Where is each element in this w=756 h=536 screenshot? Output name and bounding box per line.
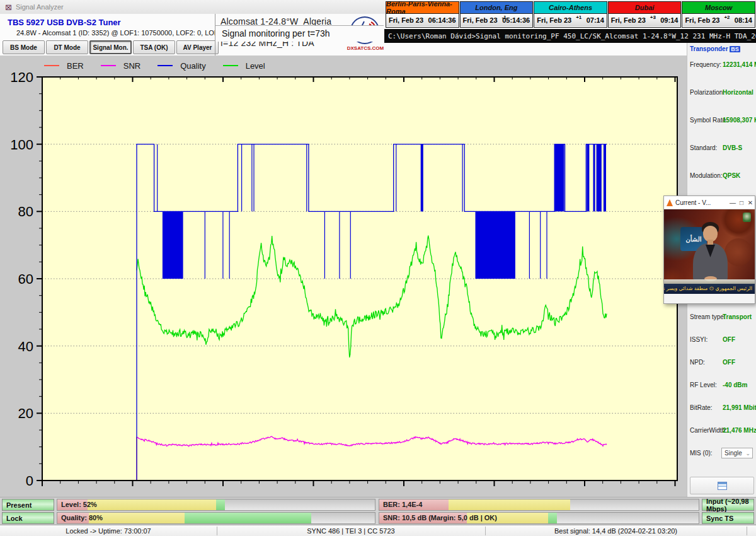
clock-city: Berlin-Paris-Vienna-Roma xyxy=(386,2,459,14)
clock-date: Fri, Feb 23 xyxy=(389,16,423,24)
video-title: Current - V... xyxy=(675,199,711,206)
svg-text:80: 80 xyxy=(18,204,33,219)
quality-yellow-zone xyxy=(89,513,184,523)
console-path: C:\Users\Roman Dávid>Signal monitoring_P… xyxy=(384,29,756,43)
clock-london: London, Eng Fri, Feb 23-105:14:36 xyxy=(460,1,534,28)
clock-dubai: Dubai Fri, Feb 23+309:14 xyxy=(608,1,682,28)
mode-tabs: BS Mode DT Mode Signal Mon. TSA (OK) AV … xyxy=(3,40,220,54)
tab-tsa[interactable]: TSA (OK) xyxy=(133,40,175,54)
tuner-subtitle: 24.8W - Alcomsat 1 (ID: 3352) @ LOF1: 10… xyxy=(16,29,237,37)
clock-city: Dubai xyxy=(609,2,681,14)
sync-ts-indicator: Sync TS xyxy=(702,512,754,524)
row-label-npd: NPD: xyxy=(690,359,705,366)
channel-logo xyxy=(743,213,751,222)
video-titlebar[interactable]: Current - V... — □ ✕ xyxy=(664,196,755,209)
clock-city: Cairo-Athens xyxy=(534,2,607,14)
status-bar: Locked -> Uptime: 73:00:07 SYNC 486 | TE… xyxy=(0,525,756,536)
clock-offset: -1 xyxy=(502,15,507,20)
panel-button[interactable] xyxy=(690,477,754,494)
clock-time: 08:14 xyxy=(735,16,752,24)
svg-text:40: 40 xyxy=(18,339,33,354)
ber-line-swatch xyxy=(44,65,59,66)
maximize-icon[interactable]: □ xyxy=(737,199,746,206)
ber-yellow-zone xyxy=(449,499,570,510)
close-icon[interactable]: ✕ xyxy=(746,199,755,206)
row-value-rf-level: -40 dBm xyxy=(723,382,747,388)
clock-moscow: Moscow Fri, Feb 23+208:14 xyxy=(682,1,755,28)
row-value-polarization: Horizontal xyxy=(723,89,753,96)
quality-meter: Quality: 80% xyxy=(57,512,375,524)
mis-label: MIS (0): xyxy=(690,450,713,457)
clock-date: Fri, Feb 23 xyxy=(463,16,498,24)
level-meter: Level: 52% xyxy=(57,499,375,511)
clock-date: Fri, Feb 23 xyxy=(611,16,646,24)
svg-text:120: 120 xyxy=(10,69,33,85)
video-content[interactable]: الشأن الرئيس الجمهوري ۞ منطقة شدائي ويسر… xyxy=(664,209,755,294)
status-divider xyxy=(747,527,747,535)
level-yellow-zone xyxy=(88,499,216,510)
row-label-stream-type: Stream type: xyxy=(690,313,726,320)
row-value-bitrate: 21,991 Mbit/s xyxy=(723,404,756,411)
signal-chart: 020406080100120 xyxy=(0,55,687,497)
clock-time: 06:14:36 xyxy=(428,16,456,24)
mis-value: Single xyxy=(724,450,742,457)
row-label-modulation: Modulation: xyxy=(690,172,723,179)
clock-city: London, Eng xyxy=(461,2,533,14)
world-clocks: Berlin-Paris-Vienna-Roma Fri, Feb 2306:1… xyxy=(386,1,756,28)
status-sync-counts: SYNC 486 | TEI 3 | CC 5723 xyxy=(217,525,485,536)
clock-date: Fri, Feb 23 xyxy=(537,16,571,24)
svg-text:100: 100 xyxy=(10,137,33,153)
vlc-cone-icon xyxy=(667,199,673,206)
level-label: Level: 52% xyxy=(61,501,97,508)
status-divider xyxy=(485,527,486,535)
clock-date: Fri, Feb 23 xyxy=(685,16,719,24)
present-indicator: Present xyxy=(2,499,54,511)
row-label-bitrate: BitRate: xyxy=(690,404,713,411)
transponder-header: Transponder BS xyxy=(690,45,740,52)
row-label-polarization: Polarization: xyxy=(690,89,724,96)
chart-region: 020406080100120 BER SNR Quality Level xyxy=(0,55,687,497)
row-value-frequency: 12231,414 MHz xyxy=(723,61,756,68)
status-best-signal: Best signal: 14,4 dB (2024-02-21 03:20) xyxy=(485,525,747,536)
svg-text:0: 0 xyxy=(26,473,33,489)
status-divider xyxy=(217,527,217,535)
tab-dt-mode[interactable]: DT Mode xyxy=(46,40,88,54)
clock-time: 07:14 xyxy=(587,16,604,24)
clock-time: 09:14 xyxy=(660,16,678,24)
row-value-standard: DVB-S xyxy=(723,144,742,151)
tab-bs-mode[interactable]: BS Mode xyxy=(3,40,45,54)
mis-dropdown[interactable]: Single ⌄ xyxy=(721,448,753,458)
snr-label: SNR: 10,5 dB (Margin: 5,0 dB | OK) xyxy=(383,514,497,521)
chevron-down-icon: ⌄ xyxy=(745,450,750,457)
news-ticker: الرئيس الجمهوري ۞ منطقة شدائي ويسر تبادل xyxy=(664,284,755,294)
app-title: Signal Analyzer xyxy=(16,3,64,11)
clock-offset: +2 xyxy=(724,15,730,20)
clock-offset: +3 xyxy=(650,15,656,20)
row-label-carrier-width: CarrierWidth: xyxy=(690,427,727,434)
row-value-modulation: QPSK xyxy=(723,172,740,179)
row-label-issyi: ISSYI: xyxy=(690,336,707,343)
snr-line-swatch xyxy=(101,65,116,66)
signal-meters: Present Level: 52% BER: 1,4E-4 Input (~2… xyxy=(0,497,756,525)
row-label-standard: Standard: xyxy=(690,144,717,151)
clock-cairo: Cairo-Athens Fri, Feb 23+107:14 xyxy=(534,1,607,28)
quality-line-swatch xyxy=(158,65,173,66)
row-label-rf-level: RF Level: xyxy=(690,382,717,388)
legend-item-level: Level xyxy=(223,61,265,71)
tab-av-player[interactable]: AV Player xyxy=(176,40,219,54)
clock-offset: +1 xyxy=(576,15,581,20)
svg-text:20: 20 xyxy=(18,405,33,421)
list-window-icon xyxy=(718,482,727,490)
row-value-issyi: OFF xyxy=(723,336,735,343)
ber-meter: BER: 1,4E-4 xyxy=(379,499,699,511)
monitoring-label: Signal monitoring per t=73h xyxy=(215,25,384,42)
ber-label: BER: 1,4E-4 xyxy=(383,501,422,508)
tab-signal-mon[interactable]: Signal Mon. xyxy=(89,40,132,54)
lock-indicator: Lock xyxy=(2,512,54,524)
legend-item-ber: BER xyxy=(44,61,84,71)
chart-legend: BER SNR Quality Level xyxy=(44,59,282,72)
status-uptime: Locked -> Uptime: 73:00:07 xyxy=(0,525,217,536)
snr-meter: SNR: 10,5 dB (Margin: 5,0 dB | OK) xyxy=(379,512,699,524)
minimize-icon[interactable]: — xyxy=(728,199,737,206)
presenter-neck xyxy=(707,240,713,245)
